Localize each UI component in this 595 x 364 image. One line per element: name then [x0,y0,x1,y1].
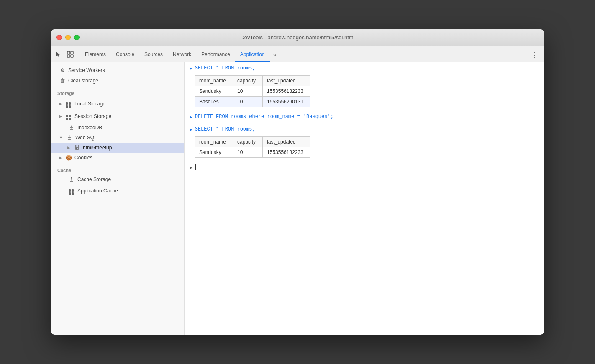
cell-last-updated-1-2: 1553556290131 [263,97,310,107]
service-workers-icon: ⚙ [59,67,66,73]
prompt-arrow: ▶ [190,165,192,170]
sql-query-2: DELETE FROM rooms where room_name = 'Bas… [195,114,333,120]
chevron-right-icon-session: ▶ [59,114,62,118]
sidebar-item-application-cache[interactable]: Application Cache [51,185,184,197]
minimize-button[interactable] [65,35,71,40]
chevron-right-icon: ▶ [59,102,62,106]
devtools-menu-icon[interactable]: ⋮ [528,48,541,62]
sidebar-item-websql[interactable]: ▼ 🗄 Web SQL [51,133,184,143]
cursor-icon[interactable] [54,50,63,59]
clear-storage-label: Clear storage [68,78,179,84]
cache-section-label: Cache [51,163,184,174]
db-icon-html5meetup: 🗄 [74,145,80,151]
tab-network[interactable]: Network [168,48,196,62]
websql-label: Web SQL [75,135,179,141]
sql-query-2-line[interactable]: ▶ DELETE FROM rooms where room_name = 'B… [185,110,544,123]
sidebar-item-cache-storage[interactable]: 🗄 Cache Storage [51,174,184,185]
maximize-button[interactable] [74,35,80,40]
sql-query-1-line[interactable]: ▶ SELECT * FROM rooms; [185,62,544,74]
sidebar-item-session-storage[interactable]: ▶ Session Storage [51,110,184,123]
local-storage-label: Local Storage [74,101,179,107]
cursor-input-line[interactable]: ▶ [185,161,544,174]
db-icon-cache: 🗄 [68,177,75,182]
sidebar-item-indexeddb[interactable]: 🗄 IndexedDB [51,123,184,133]
col-header-capacity-2: capacity [233,137,263,147]
cell-room-name-1-2: Basques [195,97,233,107]
table-row: Basques 10 1553556290131 [195,97,310,107]
cell-capacity-1-1: 10 [233,86,263,97]
main-content: ⚙ Service Workers 🗑 Clear storage Storag… [51,62,544,335]
sidebar-item-html5meetup[interactable]: ▶ 🗄 html5meetup [51,143,184,153]
tab-application[interactable]: Application [235,48,270,62]
indexeddb-label: IndexedDB [77,125,179,131]
sidebar: ⚙ Service Workers 🗑 Clear storage Storag… [51,62,185,335]
tab-sources[interactable]: Sources [139,48,168,62]
trash-icon: 🗑 [59,77,66,84]
grid-icon-local [65,100,72,108]
cell-room-name-2-1: Sandusky [195,147,233,158]
table-row: Sandusky 10 1553556182233 [195,147,310,158]
storage-section-label: Storage [51,86,184,97]
session-storage-label: Session Storage [74,113,179,119]
col-header-last-updated-1: last_updated [263,76,310,86]
cell-last-updated-2-1: 1553556182233 [263,147,310,158]
cursor-blink [195,164,196,170]
svg-rect-2 [67,55,70,57]
expand-arrow-2[interactable]: ▶ [190,114,192,120]
devtools-window: DevTools - andrew.hedges.name/html5/sql.… [51,29,544,335]
cell-last-updated-1-1: 1553556182233 [263,86,310,97]
grid-icon-appcache [68,187,75,195]
cookie-icon: 🍪 [65,155,72,161]
db-icon-indexeddb: 🗄 [68,125,75,131]
tab-elements[interactable]: Elements [80,48,111,62]
inspect-icon[interactable] [66,50,75,59]
svg-rect-3 [71,55,73,57]
col-header-last-updated-2: last_updated [263,137,310,147]
cache-storage-label: Cache Storage [77,177,179,182]
cell-capacity-2-1: 10 [233,147,263,158]
tab-tool-icons [54,50,75,62]
sql-result-table-1: room_name capacity last_updated Sandusky… [195,75,310,107]
grid-icon-session [65,112,72,120]
col-header-capacity-1: capacity [233,76,263,86]
chevron-right-icon-cookies: ▶ [59,156,62,160]
tab-console[interactable]: Console [111,48,139,62]
cookies-label: Cookies [74,155,179,161]
sidebar-item-cookies[interactable]: ▶ 🍪 Cookies [51,153,184,163]
application-cache-label: Application Cache [77,188,179,194]
titlebar: DevTools - andrew.hedges.name/html5/sql.… [51,29,544,46]
db-icon-websql: 🗄 [66,135,73,141]
sidebar-item-service-workers[interactable]: ⚙ Service Workers [51,65,184,75]
content-panel[interactable]: ▶ SELECT * FROM rooms; room_name capacit… [185,62,544,335]
sidebar-item-clear-storage[interactable]: 🗑 Clear storage [51,75,184,86]
sidebar-item-local-storage[interactable]: ▶ Local Storage [51,97,184,110]
sql-query-1: SELECT * FROM rooms; [195,65,255,71]
html5meetup-label: html5meetup [83,145,179,151]
svg-rect-0 [67,51,70,54]
chevron-right-icon-html5: ▶ [67,146,70,150]
sql-query-3-line[interactable]: ▶ SELECT * FROM rooms; [185,123,544,136]
tab-performance[interactable]: Performance [196,48,235,62]
sql-result-table-2: room_name capacity last_updated Sandusky… [195,136,310,158]
more-tabs-button[interactable]: » [270,48,280,62]
cell-capacity-1-2: 10 [233,97,263,107]
sql-query-3: SELECT * FROM rooms; [195,126,255,132]
table-row: Sandusky 10 1553556182233 [195,86,310,97]
svg-rect-1 [71,51,73,54]
col-header-room-name-1: room_name [195,76,233,86]
tabbar: Elements Console Sources Network Perform… [51,46,544,62]
expand-arrow-1[interactable]: ▶ [190,66,192,71]
expand-arrow-3[interactable]: ▶ [190,127,192,132]
close-button[interactable] [56,35,62,40]
col-header-room-name-2: room_name [195,137,233,147]
service-workers-label: Service Workers [68,67,179,73]
traffic-lights [56,35,80,40]
window-title: DevTools - andrew.hedges.name/html5/sql.… [240,34,354,41]
chevron-down-icon-websql: ▼ [59,136,63,140]
cell-room-name-1-1: Sandusky [195,86,233,97]
